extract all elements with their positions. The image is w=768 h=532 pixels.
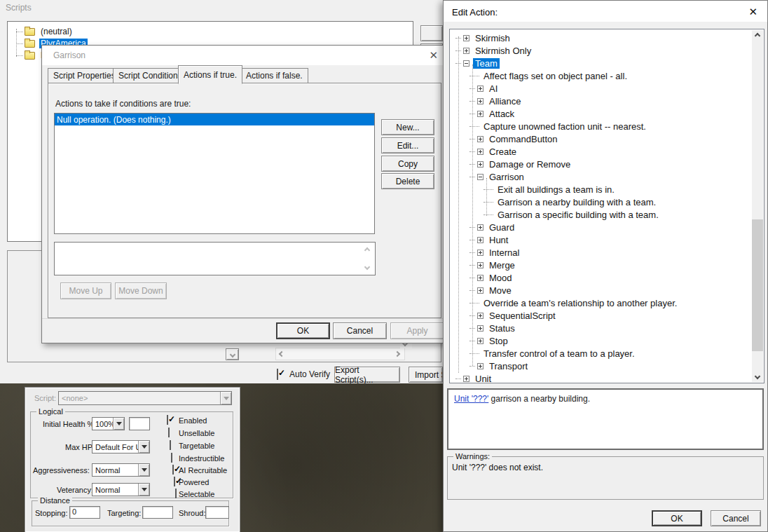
tree-item[interactable]: Move — [450, 284, 752, 296]
tree-item[interactable]: Capture unowned faction unit -- nearest. — [450, 120, 752, 132]
tab-actions-if-true[interactable]: Actions if true. — [178, 65, 242, 84]
shroud-input[interactable] — [205, 506, 229, 519]
expand-toggle-icon[interactable] — [463, 48, 469, 54]
tree-item[interactable]: Alliance — [450, 95, 752, 107]
move-up-button[interactable]: Move Up — [60, 282, 111, 299]
tree-item[interactable]: Transport — [450, 360, 752, 372]
initial-health-combobox[interactable]: 100% — [92, 417, 125, 430]
expand-toggle-icon[interactable] — [477, 98, 484, 104]
tab-actions-if-false[interactable]: Actions if false. — [240, 68, 308, 83]
tree-item[interactable]: Guard — [450, 221, 752, 233]
tree-item[interactable]: Unit — [450, 372, 752, 383]
action-description-textarea[interactable] — [54, 242, 376, 275]
export-scripts-button[interactable]: Export Script(s)... — [334, 367, 400, 383]
tree-item[interactable]: Merge — [450, 259, 752, 271]
chevron-down-icon[interactable] — [364, 264, 370, 270]
tree-item[interactable]: Affect flags set on object panel - all. — [450, 69, 752, 82]
stopping-input[interactable]: 0 — [69, 506, 100, 519]
expand-toggle-icon[interactable] — [477, 338, 484, 344]
vertical-scrollbar[interactable] — [752, 30, 763, 382]
indestructible-checkbox[interactable] — [171, 453, 172, 463]
action-list-item-selected[interactable]: Null operation. (Does nothing.) — [55, 114, 374, 125]
chevron-up-icon[interactable] — [364, 247, 370, 253]
tab-script-properties[interactable]: Script Properties — [48, 68, 121, 83]
expand-toggle-icon[interactable] — [463, 376, 469, 382]
copy-button[interactable]: Copy — [381, 156, 434, 172]
tree-item[interactable]: Hunt — [450, 233, 752, 246]
apply-button[interactable]: Apply — [390, 322, 444, 339]
expand-toggle-icon[interactable] — [463, 60, 469, 67]
tree-item[interactable]: Attack — [450, 107, 752, 120]
targetable-checkbox[interactable] — [170, 440, 171, 450]
scrollbar-thumb[interactable] — [752, 219, 763, 351]
aggressiveness-combobox[interactable]: Normal — [92, 463, 150, 477]
ok-button[interactable]: OK — [276, 322, 330, 339]
scrollbar-down-button[interactable] — [752, 371, 763, 382]
expand-toggle-icon[interactable] — [477, 250, 484, 256]
tree-item[interactable]: Exit all buildings a team is in. — [450, 183, 752, 196]
tree-item[interactable]: Skirmish Only — [450, 44, 752, 57]
tree-item[interactable]: Skirmish — [450, 32, 752, 44]
actions-listbox[interactable]: Null operation. (Does nothing.) — [54, 113, 375, 234]
tree-item[interactable]: Transfer control of a team to a player. — [450, 347, 752, 360]
expand-toggle-icon[interactable] — [477, 111, 484, 117]
import-scripts-button[interactable]: Import Sc — [409, 367, 443, 383]
tree-item[interactable]: Create — [450, 145, 752, 158]
expand-toggle-icon[interactable] — [477, 262, 484, 268]
script-combobox[interactable]: <none> — [58, 391, 232, 405]
close-icon[interactable]: ✕ — [748, 6, 757, 17]
targeting-input[interactable] — [142, 506, 173, 519]
expand-toggle-icon[interactable] — [477, 363, 484, 369]
expand-toggle-icon[interactable] — [477, 237, 484, 243]
selectable-checkbox[interactable] — [175, 489, 177, 498]
tree-item[interactable]: SequentialScript — [450, 309, 752, 322]
scripts-side-button-fragment[interactable] — [420, 25, 443, 41]
tree-item[interactable]: Status — [450, 322, 752, 334]
expand-toggle-icon[interactable] — [477, 325, 484, 332]
cancel-button[interactable]: Cancel — [711, 510, 761, 526]
tree-item[interactable]: Mood — [450, 271, 752, 284]
enabled-checkbox[interactable] — [167, 415, 168, 425]
tree-item[interactable]: Internal — [450, 246, 752, 259]
scrollbar-up-button[interactable] — [752, 30, 763, 41]
edit-button[interactable]: Edit... — [381, 137, 434, 154]
move-down-button[interactable]: Move Down — [115, 282, 167, 299]
expand-toggle-icon[interactable] — [477, 174, 484, 180]
new-button[interactable]: New... — [381, 119, 434, 135]
tree-item-neutral[interactable]: (neutral) — [16, 26, 74, 37]
tree-item[interactable]: Team — [450, 57, 752, 69]
ok-button[interactable]: OK — [652, 510, 702, 526]
tree-item[interactable]: Garrison a nearby building with a team. — [450, 196, 752, 208]
unsellable-checkbox[interactable] — [168, 428, 170, 437]
tree-item[interactable]: AI — [450, 82, 752, 95]
action-tree[interactable]: Skirmish Skirmish Only Team Affect flags… — [449, 29, 764, 383]
initial-health-input[interactable] — [129, 417, 150, 430]
tree-item[interactable]: Garrison — [450, 170, 752, 183]
auto-verify-checkbox[interactable] — [277, 369, 278, 380]
expand-toggle-icon[interactable] — [463, 35, 469, 41]
cancel-button[interactable]: Cancel — [333, 322, 387, 339]
horizontal-scrollbar[interactable] — [275, 348, 405, 360]
expand-toggle-icon[interactable] — [477, 136, 484, 142]
expand-toggle-icon[interactable] — [477, 149, 484, 155]
tree-item[interactable]: Override a team's relationship to anothe… — [450, 296, 752, 309]
expand-toggle-icon[interactable] — [477, 287, 484, 294]
unit-parameter-link[interactable]: Unit '???' — [454, 394, 488, 404]
expand-toggle-icon[interactable] — [477, 161, 484, 168]
close-icon[interactable]: ✕ — [429, 50, 438, 60]
scrollbar-down-button[interactable] — [226, 348, 239, 360]
expand-toggle-icon[interactable] — [477, 86, 484, 92]
ai-recruitable-checkbox[interactable] — [172, 465, 174, 475]
tree-item[interactable]: Stop — [450, 334, 752, 347]
tab-script-conditions[interactable]: Script Conditions — [113, 68, 188, 83]
expand-toggle-icon[interactable] — [477, 275, 484, 281]
tree-item[interactable]: Garrison a specific building with a team… — [450, 208, 752, 221]
expand-toggle-icon[interactable] — [477, 224, 484, 231]
max-hp-combobox[interactable]: Default For Unit — [92, 440, 150, 453]
tree-item[interactable]: Damage or Remove — [450, 158, 752, 170]
tree-item[interactable]: CommandButton — [450, 132, 752, 145]
expand-toggle-icon[interactable] — [477, 313, 484, 319]
delete-button[interactable]: Delete — [381, 173, 434, 189]
veterancy-combobox[interactable]: Normal — [92, 483, 150, 496]
powered-checkbox[interactable] — [174, 477, 175, 486]
